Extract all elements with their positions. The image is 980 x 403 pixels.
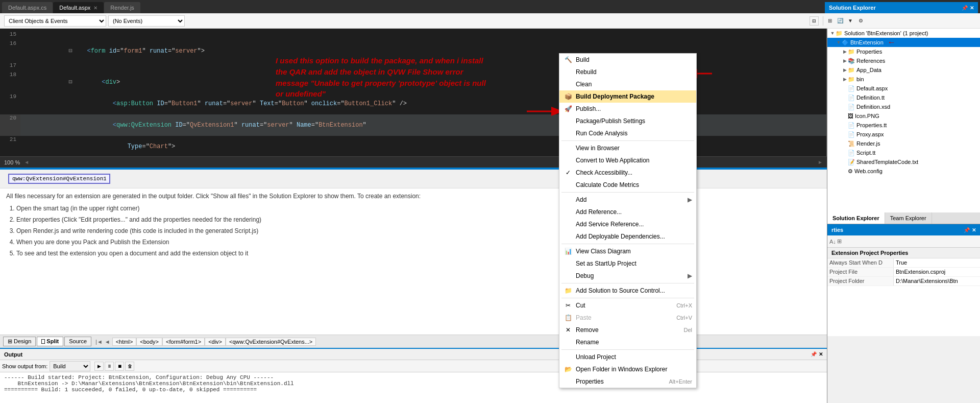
tree-definition-xsd[interactable]: 📄 Definition.xsd <box>827 102 980 111</box>
properties-subtitle: Extension Project Properties <box>827 248 980 258</box>
output-btn-2[interactable]: ⏸ <box>105 362 114 371</box>
breadcrumb-body[interactable]: <body> <box>136 338 162 346</box>
menu-open-folder[interactable]: 📂 Open Folder in Windows Explorer <box>559 363 696 375</box>
breadcrumb-html[interactable]: <html> <box>112 338 137 346</box>
menu-remove[interactable]: ✕ Remove Del <box>559 324 696 336</box>
output-source-select[interactable]: Build <box>50 361 90 371</box>
menu-add-service[interactable]: Add Service Reference... <box>559 218 696 230</box>
menu-build-label: Build <box>576 56 590 63</box>
menu-diagram-icon: 📊 <box>564 247 573 256</box>
menu-build[interactable]: 🔨 Build <box>559 54 696 66</box>
prop-sort-icon[interactable]: A↓ <box>829 239 836 245</box>
menu-add-source[interactable]: 📁 Add Solution to Source Control... <box>559 285 696 297</box>
menu-debug-arrow: ▶ <box>688 272 692 279</box>
code-line-18: 18 ⊟ <div> <box>0 71 826 93</box>
output-label: Output <box>4 351 22 358</box>
tree-project[interactable]: ▼ 🔷 BtnExtension ← <box>827 38 980 47</box>
menu-properties-label: Properties <box>576 378 604 385</box>
menu-set-startup[interactable]: Set as StartUp Project <box>559 257 696 270</box>
menu-clean-label: Clean <box>576 81 592 88</box>
split-tab[interactable]: ⎕ Split <box>37 337 63 346</box>
menu-rename[interactable]: Rename <box>559 336 696 348</box>
menu-check-icon: ✓ <box>564 168 573 177</box>
menu-add[interactable]: Add ▶ <box>559 194 696 206</box>
tree-script-tt[interactable]: 📄 Script.tt <box>827 148 980 157</box>
tree-render-js[interactable]: 📜 Render.js <box>827 139 980 148</box>
bottom-editor-panel: All files necessary for an extension are… <box>0 170 827 348</box>
menu-calc-metrics[interactable]: Calculate Code Metrics <box>559 179 696 191</box>
tree-properties-tt[interactable]: 📄 Properties.tt <box>827 121 980 130</box>
tree-definition-tt[interactable]: 📄 Definition.tt <box>827 93 980 102</box>
source-tab[interactable]: Source <box>64 337 91 346</box>
output-btn-1[interactable]: ▶ <box>94 362 104 371</box>
menu-cut-label: Cut <box>576 302 585 309</box>
se-toolbar-btn-1[interactable]: ⊞ <box>825 16 835 26</box>
tree-proxy-aspx[interactable]: 📄 Proxy.aspx <box>827 130 980 139</box>
se-toolbar-btn-2[interactable]: 🔄 <box>836 16 845 26</box>
output-btn-4[interactable]: 🗑 <box>125 362 134 371</box>
annotation-arrow-right: ← <box>888 38 896 47</box>
menu-check-access[interactable]: ✓ Check Accessibility... <box>559 167 696 179</box>
code-line-20: 20 <qww:QvExtension ID="QvExtension1" ru… <box>0 114 826 136</box>
menu-convert-web[interactable]: Convert to Web Application <box>559 154 696 167</box>
design-tab[interactable]: ⊞ Design <box>3 337 36 346</box>
menu-view-browser[interactable]: View in Browser <box>559 142 696 154</box>
qvextension-input[interactable] <box>8 174 110 184</box>
tree-bin[interactable]: ▶ 📁 bin <box>827 75 980 84</box>
tab-default-aspx[interactable]: Default.aspx ✕ <box>53 2 104 13</box>
se-pin-icon[interactable]: 📌 <box>962 5 968 11</box>
breadcrumb-form[interactable]: <form#form1> <box>162 338 205 346</box>
output-line-3: ========== Build: 1 succeeded, 0 failed,… <box>4 387 823 393</box>
tree-icon-png[interactable]: 🖼 Icon.PNG <box>827 111 980 121</box>
prop-close-icon[interactable]: ✕ <box>972 227 976 233</box>
tree-solution[interactable]: ▼ 📁 Solution 'BtnExtension' (1 project) <box>827 29 980 38</box>
tab-close-icon[interactable]: ✕ <box>93 5 97 11</box>
events-dropdown[interactable]: (No Events) <box>108 15 185 27</box>
solution-explorer-tab[interactable]: Solution Explorer <box>827 212 885 224</box>
menu-package-settings[interactable]: Package/Publish Settings <box>559 115 696 127</box>
menu-debug[interactable]: Debug ▶ <box>559 270 696 282</box>
code-editor[interactable]: 15 16 ⊟ <form id="form1" runat="server">… <box>0 29 827 156</box>
menu-add-ref[interactable]: Add Reference... <box>559 206 696 218</box>
se-toolbar-btn-4[interactable]: ⚙ <box>856 16 865 26</box>
tree-app-data[interactable]: ▶ 📁 App_Data <box>827 65 980 75</box>
breadcrumb-qvext[interactable]: <qww:QvExtension#QvExtens...> <box>226 338 316 346</box>
tab-default-aspx-cs[interactable]: Default.aspx.cs <box>2 2 53 13</box>
prop-value-project-file: BtnExtension.csproj <box>894 268 980 276</box>
prop-grid-icon[interactable]: ⊞ <box>837 238 842 245</box>
menu-view-diagram[interactable]: 📊 View Class Diagram <box>559 245 696 257</box>
menu-cut[interactable]: ✂ Cut Ctrl+X <box>559 299 696 312</box>
menu-unload-label: Unload Project <box>576 353 616 361</box>
se-close-icon[interactable]: ✕ <box>970 5 974 11</box>
tree-web-config[interactable]: ⚙ Web.config <box>827 167 980 176</box>
output-btn-3[interactable]: ⏹ <box>115 362 124 371</box>
view-tabs-bar: ⊞ Design ⎕ Split Source |◄ ◄ <html> <bod… <box>0 335 827 348</box>
prop-pin-icon[interactable]: 📌 <box>964 227 970 233</box>
menu-add-deploy[interactable]: Add Deployable Dependencies... <box>559 230 696 243</box>
menu-remove-shortcut: Del <box>683 327 692 333</box>
collapse-all-button[interactable]: ⊟ <box>810 16 819 26</box>
output-pin-icon[interactable]: 📌 <box>811 351 817 357</box>
tree-properties[interactable]: ▶ 📁 Properties <box>827 47 980 56</box>
se-toolbar-btn-3[interactable]: ▼ <box>846 16 855 26</box>
properties-content: Always Start When D True Project File Bt… <box>827 258 980 336</box>
output-close-icon[interactable]: ✕ <box>819 351 823 357</box>
menu-folder-icon: 📂 <box>564 365 573 374</box>
menu-run-code[interactable]: Run Code Analysis <box>559 127 696 139</box>
menu-clean[interactable]: Clean <box>559 78 696 90</box>
prop-row-project-folder: Project Folder D:\Manar\Extensions\Btn <box>827 277 980 286</box>
menu-paste[interactable]: 📋 Paste Ctrl+V <box>559 312 696 324</box>
menu-properties[interactable]: Properties Alt+Enter <box>559 375 696 388</box>
client-objects-dropdown[interactable]: Client Objects & Events <box>4 15 106 27</box>
breadcrumb-div[interactable]: <div> <box>205 338 226 346</box>
properties-label: rties <box>831 227 843 233</box>
menu-rebuild[interactable]: Rebuild <box>559 66 696 78</box>
team-explorer-tab[interactable]: Team Explorer <box>885 212 932 224</box>
menu-build-deploy[interactable]: 📦 Build Deployment Package <box>559 90 696 103</box>
tab-render-js[interactable]: Render.js <box>104 2 140 13</box>
tree-references[interactable]: ▶ 📚 References <box>827 56 980 65</box>
menu-publish[interactable]: 🚀 Publish... <box>559 103 696 115</box>
menu-unload[interactable]: Unload Project <box>559 351 696 363</box>
tree-default-aspx[interactable]: 📄 Default.aspx <box>827 84 980 93</box>
tree-shared-template[interactable]: 📝 SharedTemplateCode.txt <box>827 157 980 167</box>
